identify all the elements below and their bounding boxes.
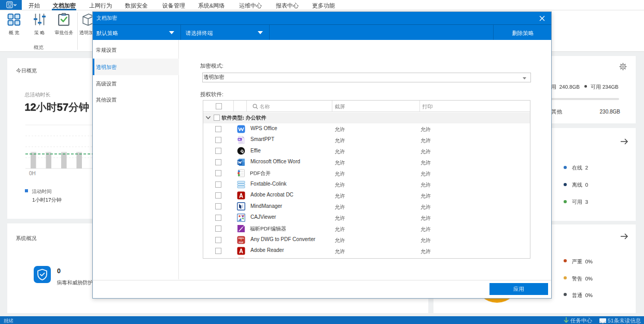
svg-text:PDF: PDF <box>239 241 244 243</box>
svg-text:DWG: DWG <box>239 237 244 240</box>
